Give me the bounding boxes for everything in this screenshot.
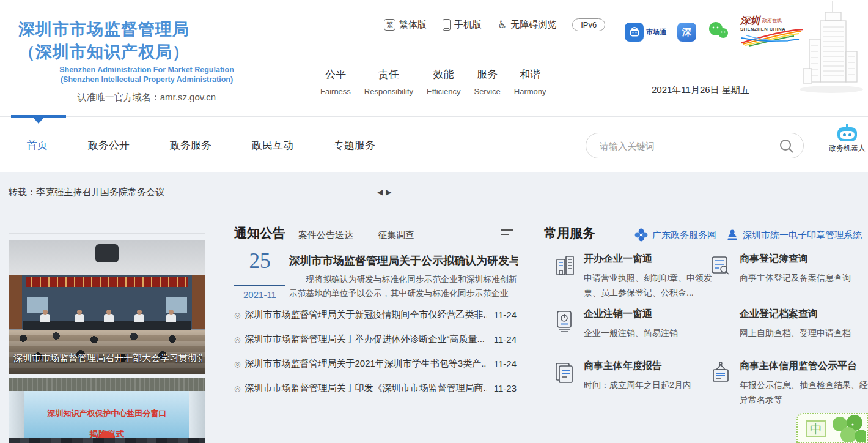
building-sketch [795, 0, 867, 97]
guangdong-gov-link[interactable]: 广东政务服务网 [634, 228, 716, 242]
notice-title[interactable]: 深圳市市场监督管理局关于新冠疫情期间全市仅经营乙类非... [245, 309, 486, 321]
guangdong-gov-label: 广东政务服务网 [652, 229, 716, 241]
carousel-slide-ceremony[interactable]: 深圳知识产权保护中心盐田分窗口 揭牌仪式 [9, 378, 205, 443]
ticker-controls: ◀ ▶ [377, 188, 391, 196]
notices-section-title: 通知公告 [234, 225, 285, 242]
carousel-slide-meeting[interactable]: 深圳市市场监督管理局召开干部大会学习贯彻党的十... [9, 240, 205, 374]
site-subtitle-line2: (Shenzhen Intellectual Property Administ… [18, 75, 275, 84]
service-registry-query[interactable]: 商事登记簿查询 商事主体登记及备案信息查询 [709, 253, 868, 285]
power-icon [553, 309, 576, 333]
service-annual-report[interactable]: 商事主体年度报告 时间：成立周年之日起2月内 [553, 360, 712, 392]
clover-leaves-icon [828, 415, 866, 443]
eseal-system-label: 深圳市统一电子印章管理系统 [743, 229, 862, 241]
traditional-icon: 繁 [384, 19, 395, 31]
service-title[interactable]: 商事主体信用监管公示平台 [740, 360, 868, 373]
floating-widget[interactable]: 中 [796, 413, 868, 443]
meeting-banner [26, 277, 188, 287]
notice-date: 11-24 [494, 359, 517, 369]
value-item: 效能Efficiency [427, 67, 460, 96]
header-toolbar: 繁 繁体版 手机版 ♿ 无障碍浏览 IPv6 [384, 18, 605, 31]
pinwheel-icon [634, 228, 648, 242]
official-domain-note: 认准唯一官方域名：amr.sz.gov.cn [18, 92, 275, 103]
nav-item-interaction[interactable]: 政民互动 [252, 138, 293, 152]
notice-date: 11-24 [494, 310, 517, 320]
service-open-business[interactable]: 开办企业一窗通 申请营业执照、刻制印章、申领发票、员工参保登记、公积金... [553, 253, 712, 300]
tab-case-announcements[interactable]: 案件公告送达 [298, 229, 353, 241]
service-credit-platform[interactable]: 商事主体信用监管公示平台 年报公示信息、抽查检查结果、经营异常名录等 [709, 360, 868, 407]
bullet-icon: ◎ [234, 335, 240, 344]
notice-list-item[interactable]: ◎ 深圳市市场监督管理局关于新冠疫情期间全市仅经营乙类非... 11-24 [234, 309, 517, 321]
service-desc: 商事主体登记及备案信息查询 [740, 270, 868, 285]
sign-board-icon [709, 361, 732, 387]
wechat-icon[interactable] [707, 21, 729, 42]
main-content: 转载：李克强主持召开国务院常务会议 ◀ ▶ 深圳市市场监督管理局召开干部大会学习… [0, 172, 868, 443]
gov-robot-button[interactable]: 政务机器人 [826, 127, 868, 154]
nav-item-home[interactable]: 首页 [27, 138, 48, 152]
search-input[interactable] [586, 133, 803, 158]
nav-item-gov-services[interactable]: 政务服务 [170, 138, 211, 152]
robot-icon [837, 127, 857, 141]
ceremony-banner-line1: 深圳知识产权保护中心盐田分窗口 [24, 408, 189, 419]
notice-date: 11-23 [494, 383, 517, 393]
carousel-caption[interactable]: 深圳市市场监督管理局召开干部大会学习贯彻党的十... [13, 352, 202, 364]
nav-item-special-services[interactable]: 专题服务 [334, 138, 375, 152]
featured-notice-month: 2021-11 [234, 289, 285, 300]
value-item: 服务Service [474, 67, 500, 96]
bullet-icon: ◎ [234, 311, 240, 319]
site-subtitle-line1: Shenzhen Administration For Market Regul… [18, 65, 275, 75]
featured-notice-title[interactable]: 深圳市市场监督管理局关于公示拟确认为研发与标... [289, 253, 518, 268]
market-app-link[interactable]: 市场通 [625, 23, 666, 42]
eseal-system-link[interactable]: 深圳市统一电子印章管理系统 [726, 229, 862, 241]
service-title[interactable]: 商事主体年度报告 [584, 360, 712, 373]
notice-list-item[interactable]: ◎ 深圳市市场监督管理局关于举办促进体外诊断企业“高质量... 11-24 [234, 333, 517, 345]
document-search-icon [709, 254, 732, 278]
notice-title[interactable]: 深圳市市场监督管理局关于印发《深圳市市场监督管理局商... [245, 382, 486, 394]
notice-title[interactable]: 深圳市市场监督管理局关于举办促进体外诊断企业“高质量... [245, 333, 486, 345]
notice-title[interactable]: 深圳市市场监督管理局关于2021年深圳市学生书包等3类产... [245, 358, 486, 370]
page: 深圳市市场监督管理局 （深圳市知识产权局） Shenzhen Administr… [0, 0, 868, 443]
traditional-version-link[interactable]: 繁 繁体版 [384, 19, 427, 31]
traditional-label: 繁体版 [399, 19, 427, 31]
featured-notice-day[interactable]: 25 [234, 249, 285, 274]
service-desc: 网上自助查档、受理申请查档 [740, 326, 868, 340]
sz-logo-subtitle: 政府在线 [762, 17, 782, 24]
news-ticker[interactable]: 转载：李克强主持召开国务院常务会议 [9, 187, 164, 198]
service-title[interactable]: 开办企业一窗通 [584, 253, 712, 266]
search-icon[interactable] [779, 138, 795, 157]
service-deregistration[interactable]: 企业注销一窗通 企业一般注销、简易注销 [553, 308, 712, 340]
service-title[interactable]: 企业注销一窗通 [584, 308, 712, 321]
value-item: 和谐Harmony [514, 67, 546, 96]
value-item: 公平Fairness [320, 67, 351, 96]
service-desc: 申请营业执照、刻制印章、申领发票、员工参保登记、公积金... [584, 270, 726, 300]
more-notices-icon[interactable] [501, 229, 513, 238]
service-desc: 年报公示信息、抽查检查结果、经营异常名录等 [740, 378, 868, 407]
market-app-icon [625, 23, 644, 42]
nav-item-gov-disclosure[interactable]: 政务公开 [88, 138, 130, 152]
report-icon [553, 361, 576, 385]
notice-list-item[interactable]: ◎ 深圳市市场监督管理局关于2021年深圳市学生书包等3类产... 11-24 [234, 358, 517, 370]
tab-surveys[interactable]: 征集调查 [378, 229, 414, 241]
widget-zhong-label: 中 [806, 420, 826, 437]
services-divider [544, 245, 868, 245]
bullet-icon: ◎ [234, 360, 240, 368]
market-app-label: 市场通 [646, 28, 666, 37]
sz-logo-chinese: 深圳 [740, 16, 760, 26]
search-box [586, 133, 804, 158]
service-title[interactable]: 商事登记簿查询 [740, 253, 868, 266]
site-title-line1: 深圳市市场监督管理局 [18, 18, 275, 41]
phone-icon [443, 19, 451, 31]
ticker-prev-icon[interactable]: ◀ [377, 188, 383, 196]
seal-person-icon [726, 229, 738, 241]
mobile-version-link[interactable]: 手机版 [443, 19, 482, 31]
accessibility-link[interactable]: ♿ 无障碍浏览 [498, 19, 556, 31]
service-archive-query[interactable]: 企业登记档案查询 网上自助查档、受理申请查档 [709, 308, 868, 340]
bullet-icon: ◎ [234, 384, 240, 393]
notice-list-item[interactable]: ◎ 深圳市市场监督管理局关于印发《深圳市市场监督管理局商... 11-23 [234, 382, 517, 394]
carousel-divider [9, 233, 205, 234]
ipv6-badge[interactable]: IPv6 [572, 18, 605, 31]
featured-notice-summary: 现将拟确认为研发与标准化同步示范企业和深圳标准创新示范基地的单位予以公示，其中研… [289, 272, 518, 300]
shenzhen-app-icon[interactable]: 深 [677, 23, 696, 42]
ticker-next-icon[interactable]: ▶ [386, 188, 391, 196]
service-title[interactable]: 企业登记档案查询 [740, 308, 868, 321]
active-tab-pointer [34, 118, 43, 124]
